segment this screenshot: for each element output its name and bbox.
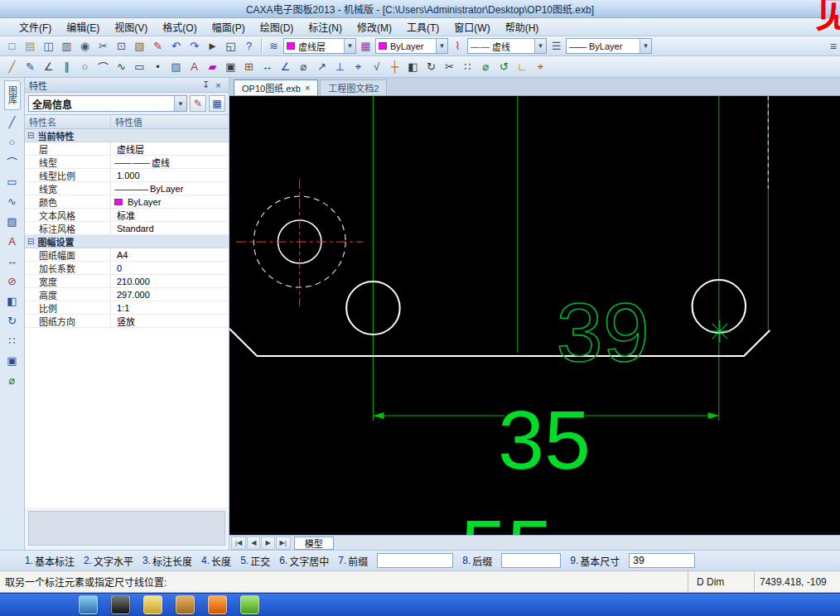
document-tab-active[interactable]: OP10图纸.exb × <box>234 79 318 95</box>
help-icon[interactable]: ? <box>240 38 258 55</box>
property-row[interactable]: 高度 297.000 <box>25 288 229 301</box>
dim-angle-icon[interactable]: ∠ <box>277 59 294 75</box>
windows-taskbar[interactable] <box>0 593 840 616</box>
pick-icon[interactable]: ► <box>204 38 221 55</box>
ortho-icon[interactable]: ∟ <box>514 59 531 75</box>
arc-icon[interactable]: ⌒ <box>94 59 112 75</box>
property-group-sheet[interactable]: ⊟ 图幅设置 <box>25 235 229 248</box>
layer-combo[interactable]: 虚线层 ▼ <box>283 38 356 54</box>
menu-item[interactable]: 文件(F) <box>12 18 59 36</box>
menu-item[interactable]: 修改(M) <box>350 18 399 36</box>
sheet-nav-button[interactable]: ▶ <box>261 537 274 550</box>
undo-icon[interactable]: ↶ <box>167 38 185 55</box>
property-row[interactable]: 比例 1:1 <box>25 301 229 315</box>
tolerance-icon[interactable]: ⌖ <box>350 59 367 75</box>
mirror-icon[interactable]: ◧ <box>404 59 422 75</box>
roughness-icon[interactable]: √ <box>368 59 385 75</box>
option-basic-dim[interactable]: 1.基本标注 <box>25 554 75 568</box>
rotate-icon[interactable]: ↻ <box>422 59 440 75</box>
menu-item[interactable]: 标注(N) <box>301 18 350 36</box>
option-ortho[interactable]: 5.正交 <box>240 554 270 568</box>
menu-item[interactable]: 窗口(W) <box>447 18 497 36</box>
linewidth-icon[interactable]: ☰ <box>548 38 565 55</box>
print-preview-icon[interactable]: ◉ <box>76 38 94 55</box>
dim-linear-icon[interactable]: ↔ <box>258 59 276 75</box>
chevron-down-icon[interactable]: ▼ <box>174 96 186 111</box>
property-group-current[interactable]: ⊟ 当前特性 <box>25 129 229 142</box>
cut-icon[interactable]: ✂ <box>94 38 112 55</box>
option-text-center[interactable]: 6.文字居中 <box>279 554 329 568</box>
block-tool-icon[interactable]: ▣ <box>3 353 22 368</box>
chevron-down-icon[interactable]: ▼ <box>534 39 546 53</box>
properties-scope-combo[interactable]: 全局信息 ▼ <box>28 95 187 112</box>
menu-item[interactable]: 帮助(H) <box>498 18 547 36</box>
property-row[interactable]: 图纸方向 竖放 <box>25 315 229 328</box>
sheet-nav-button[interactable]: |◀ <box>231 537 246 550</box>
pin-icon[interactable]: ↧ <box>200 79 212 90</box>
chevron-down-icon[interactable]: ▼ <box>436 39 447 53</box>
linetype-icon[interactable]: ⌇ <box>449 38 466 55</box>
model-tab[interactable]: 模型 <box>294 537 334 550</box>
browser-app-icon[interactable] <box>208 595 227 614</box>
property-row[interactable]: 图纸幅面 A4 <box>25 248 229 262</box>
collapse-icon[interactable]: ⊟ <box>27 131 34 140</box>
pencil-icon[interactable]: ✎ <box>22 59 39 75</box>
property-row[interactable]: 标注风格 Standard <box>25 222 229 235</box>
close-icon[interactable]: × <box>212 80 224 90</box>
option-dim-length[interactable]: 3.标注长度 <box>142 554 192 568</box>
option-length[interactable]: 4.长度 <box>201 554 231 568</box>
option-prefix[interactable]: 7.前缀 <box>338 554 368 568</box>
draw-spline-icon[interactable]: ∿ <box>3 194 22 209</box>
collapse-icon[interactable]: ⊟ <box>27 237 34 246</box>
option-text-horizontal[interactable]: 2.文字水平 <box>84 554 133 568</box>
center-line-icon[interactable]: ┼ <box>386 59 403 75</box>
linetype-combo[interactable]: — — 虚线 ▼ <box>467 38 547 54</box>
tab-close-icon[interactable]: × <box>305 83 310 93</box>
open-icon[interactable]: ▤ <box>22 38 39 55</box>
ole-icon[interactable]: ◱ <box>222 38 239 55</box>
property-settings-button[interactable]: ▦ <box>209 95 225 112</box>
properties-panel-header[interactable]: 特性 ↧ × <box>25 78 229 93</box>
copy-icon[interactable]: ⊡ <box>113 38 130 55</box>
draw-line-icon[interactable]: ╱ <box>3 114 22 130</box>
property-row[interactable]: 线宽 ————ByLayer <box>25 182 229 195</box>
drawing-canvas[interactable]: 39 35 55 <box>229 96 840 535</box>
rectangle-icon[interactable]: ▭ <box>131 59 148 75</box>
save-icon[interactable]: ◫ <box>40 38 57 55</box>
paint-app-icon[interactable] <box>79 595 98 614</box>
hatch-icon[interactable]: ▨ <box>167 59 185 75</box>
text-tool-icon[interactable]: A <box>3 233 22 249</box>
new-icon[interactable]: □ <box>3 38 21 55</box>
menu-item[interactable]: 工具(T) <box>399 18 447 36</box>
spline-icon[interactable]: ∿ <box>113 59 130 75</box>
point-icon[interactable]: • <box>149 59 167 75</box>
rotate-tool-icon[interactable]: ↻ <box>3 313 22 329</box>
property-row[interactable]: 文本风格 标准 <box>25 209 229 222</box>
erase-tool-icon[interactable]: ⊘ <box>3 273 22 289</box>
layer-settings-icon[interactable]: ≋ <box>265 38 282 55</box>
dimension-tool-icon[interactable]: ↔ <box>3 253 22 269</box>
dim-radius-icon[interactable]: ⌀ <box>295 59 312 75</box>
property-row[interactable]: 颜色 ByLayer <box>25 195 229 209</box>
datum-icon[interactable]: ⊥ <box>331 59 349 75</box>
array-tool-icon[interactable]: ∷ <box>3 333 22 349</box>
notepad-app-icon[interactable] <box>143 595 162 614</box>
property-row[interactable]: 加长系数 0 <box>25 262 229 275</box>
measure-icon[interactable]: ⌀ <box>477 59 495 75</box>
menu-item[interactable]: 绘图(D) <box>253 18 302 36</box>
trim-icon[interactable]: ✂ <box>441 59 458 75</box>
antivirus-app-icon[interactable] <box>240 595 259 614</box>
print-icon[interactable]: ▥ <box>58 38 75 55</box>
menu-item[interactable]: 格式(O) <box>155 18 204 36</box>
qq-app-icon[interactable] <box>111 595 130 614</box>
measure-tool-icon[interactable]: ⌀ <box>3 373 22 388</box>
prefix-input[interactable] <box>377 553 453 568</box>
chevron-down-icon[interactable]: ▼ <box>640 39 651 53</box>
suffix-input[interactable] <box>501 553 561 568</box>
format-painter-icon[interactable]: ✎ <box>149 38 167 55</box>
update-view-icon[interactable]: ↺ <box>495 59 513 75</box>
property-row[interactable]: 宽度 210.000 <box>25 275 229 288</box>
document-tab-inactive[interactable]: 工程图文档2 <box>320 79 387 95</box>
property-row[interactable]: 线型比例 1.000 <box>25 169 229 182</box>
sheet-nav-button[interactable]: ▶| <box>276 537 291 550</box>
